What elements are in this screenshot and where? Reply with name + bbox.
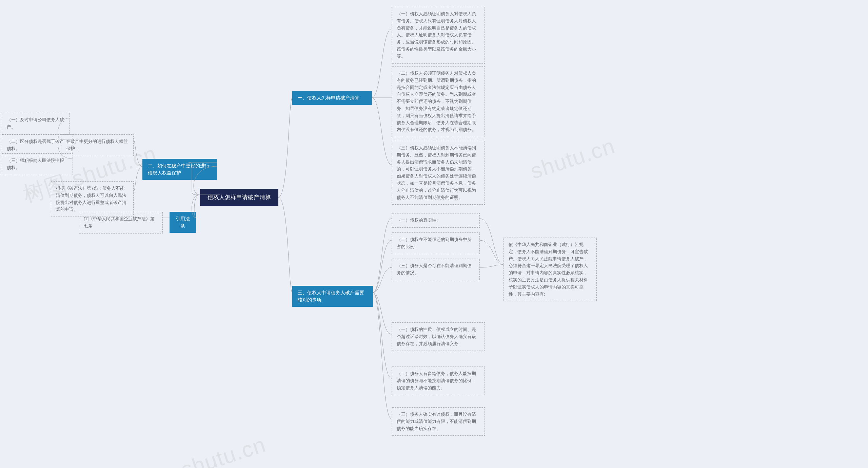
leaf-b1-n2: （二）债权人必须证明债务人对债权人负有的债务已经到期。所谓到期债务，指的是按合同… (392, 66, 485, 137)
branch-section-1[interactable]: 一、债权人怎样申请破产清算 (292, 91, 372, 105)
leaf-item: （二）区分债权是否属于破产债权。 (2, 134, 73, 156)
branch-section-3[interactable]: 三、债权人申请债务人破产需要核对的事项 (292, 286, 373, 307)
leaf-b3-c1: （一）债权的性质、债权成立的时间、是否超过诉讼时效，以确认债务人确实有该债务存在… (392, 322, 485, 351)
root-node[interactable]: 债权人怎样申请破产清算 (200, 189, 278, 206)
branch-section-2[interactable]: 二、如何在破产中更好的进行债权人权益保护 (142, 159, 217, 180)
leaf-item: （一）及时申请公司债务人破产。 (2, 113, 70, 134)
leaf-b3-s3: （三）债务人是否存在不能清偿到期债务的情况。 (392, 259, 480, 280)
leaf-b3-intro: 依《中华人民共和国企业（试行）》规定，债务人不能清偿到期债务，可宣告破产。债权人… (504, 238, 597, 301)
leaf-b3-c3: （三）债务人确实有该债权，而且没有清偿的能力或清偿能力有限，不能清偿到期债务的能… (392, 407, 485, 436)
leaf-b3-s2: （二）债权在不能偿还的到期债务中所占的比例; (392, 232, 480, 254)
leaf-b1-n1: （一）债权人必须证明债务人对债权人负有债务。债权人只有证明债务人对债权人负有债务… (392, 7, 485, 64)
leaf-b3-s1: （一）债权的真实性; (392, 213, 480, 228)
branch-citation[interactable]: 引用法条 (170, 212, 196, 233)
leaf-b3-c2: （二）债务人有多笔债务，债务人能按期清偿的债务与不能按期清偿债务的比例，确定债务… (392, 367, 485, 395)
leaf-citation-ref: [1]《中华人民共和国企业破产法》第七条 (79, 212, 163, 233)
leaf-b1-n3: （三）债权人必须证明债务人不能清偿到期债务。显然，债权人对到期债务已向债务人提出… (392, 141, 485, 205)
watermark: shutu.cn (527, 133, 618, 184)
leaf-item: （三）须积极向人民法院申报债权。 (2, 153, 73, 175)
watermark: shutu.cn (178, 432, 269, 468)
